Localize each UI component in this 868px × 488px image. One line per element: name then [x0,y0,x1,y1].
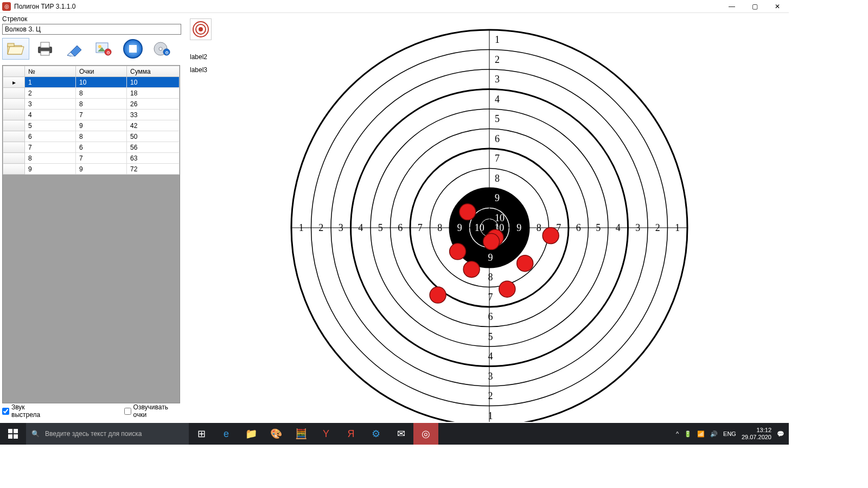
table-row[interactable]: 4733 [3,110,180,120]
close-button[interactable]: ✕ [766,0,789,13]
row-header-blank [3,66,25,77]
battery-icon[interactable]: 🔋 [684,431,692,438]
row-indicator [3,120,25,131]
svg-text:9: 9 [488,252,493,263]
speak-score-check[interactable]: Озвучивать очки [124,403,181,419]
svg-marker-2 [8,47,24,54]
svg-text:8: 8 [437,222,442,233]
svg-text:5: 5 [495,113,500,124]
yandex-icon[interactable]: Y [314,423,339,445]
stop-button[interactable] [119,38,146,60]
disc-settings-icon: ⚙ [153,41,171,56]
maximize-button[interactable]: ▢ [743,0,766,13]
cell-score: 7 [76,153,127,164]
row-indicator [3,88,25,99]
row-indicator [3,99,25,110]
target-select-icon[interactable] [190,18,212,40]
svg-text:4: 4 [488,351,493,362]
svg-point-82 [463,261,480,278]
shot-sound-check[interactable]: Звук выстрела [2,403,54,419]
cell-sum: 10 [127,77,180,88]
paint-icon[interactable]: 🎨 [264,423,289,445]
svg-text:8: 8 [537,222,541,233]
erase-button[interactable] [61,38,88,60]
table-row[interactable]: ▸11010 [3,77,180,88]
folder-open-icon [7,41,25,56]
cell-sum: 26 [127,99,180,110]
col-number[interactable]: № [25,66,76,77]
cell-number: 2 [25,88,76,99]
minimize-button[interactable]: — [720,0,743,13]
cell-number: 1 [25,77,76,88]
lang-indicator[interactable]: ENG [723,431,736,437]
task-view-icon[interactable]: ⊞ [189,423,214,445]
table-row[interactable]: 8763 [3,153,180,164]
open-button[interactable] [2,38,29,60]
table-row[interactable]: 5942 [3,120,180,131]
cell-number: 7 [25,142,76,153]
cell-sum: 42 [127,120,180,131]
svg-point-9 [98,45,101,48]
score-table[interactable]: № Очки Сумма ▸11010281838264733594268507… [3,66,180,175]
col-score[interactable]: Очки [76,66,127,77]
svg-text:6: 6 [488,311,493,322]
edge-icon[interactable]: e [214,423,239,445]
settings-app-icon[interactable]: ⚙ [363,423,388,445]
cell-score: 9 [76,164,127,175]
svg-rect-1 [8,43,14,47]
svg-text:7: 7 [488,292,493,303]
row-indicator [3,164,25,175]
shooter-input[interactable] [2,24,181,35]
table-row[interactable]: 3826 [3,99,180,110]
col-sum[interactable]: Сумма [127,66,180,77]
table-row[interactable]: 7656 [3,142,180,153]
table-row[interactable]: 9972 [3,164,180,175]
printer-icon [36,41,54,56]
side-labels: label2 label3 [190,18,212,74]
options-row: Звук выстрела Озвучивать очки [2,403,181,419]
svg-text:4: 4 [616,222,621,233]
svg-text:4: 4 [358,222,363,233]
svg-text:2: 2 [495,54,500,65]
settings-button[interactable]: ⚙ [90,38,117,60]
notifications-icon[interactable]: 💬 [777,431,784,438]
svg-text:9: 9 [516,222,521,233]
cell-score: 6 [76,142,127,153]
speak-score-checkbox[interactable] [124,408,131,415]
svg-text:8: 8 [495,173,500,184]
cell-score: 8 [76,131,127,142]
shot-sound-label: Звук выстрела [11,403,54,419]
gmail-icon[interactable]: ✉ [388,423,413,445]
svg-text:10: 10 [495,213,505,223]
cell-score: 10 [76,77,127,88]
svg-point-80 [483,234,500,250]
svg-rect-5 [41,51,49,55]
svg-rect-87 [8,429,12,433]
taskbar-search[interactable]: 🔍 Введите здесь текст для поиска [26,423,189,445]
shot-sound-checkbox[interactable] [2,408,9,415]
yandex-app-icon[interactable]: Я [339,423,363,445]
svg-text:5: 5 [378,222,383,233]
svg-point-86 [430,287,446,303]
start-button[interactable] [0,423,26,445]
svg-text:5: 5 [488,331,493,342]
disc-button[interactable]: ⚙ [149,38,176,60]
cell-sum: 33 [127,110,180,120]
svg-text:10: 10 [475,222,484,233]
cell-sum: 63 [127,153,180,164]
svg-text:3: 3 [635,222,640,233]
table-row[interactable]: 6850 [3,131,180,142]
wifi-icon[interactable]: 📶 [697,431,705,438]
clock[interactable]: 13:12 29.07.2020 [742,427,771,441]
sound-icon[interactable]: 🔊 [710,431,718,438]
svg-text:6: 6 [576,222,581,233]
print-button[interactable] [31,38,59,60]
calculator-icon[interactable]: 🧮 [289,423,314,445]
table-row[interactable]: 2818 [3,88,180,99]
tray-chevron-icon[interactable]: ^ [676,431,679,437]
score-table-container: № Очки Сумма ▸11010281838264733594268507… [2,65,180,403]
explorer-icon[interactable]: 📁 [239,423,264,445]
svg-text:9: 9 [495,192,500,203]
polygon-app-icon[interactable]: ◎ [413,423,438,445]
svg-text:5: 5 [596,222,601,233]
